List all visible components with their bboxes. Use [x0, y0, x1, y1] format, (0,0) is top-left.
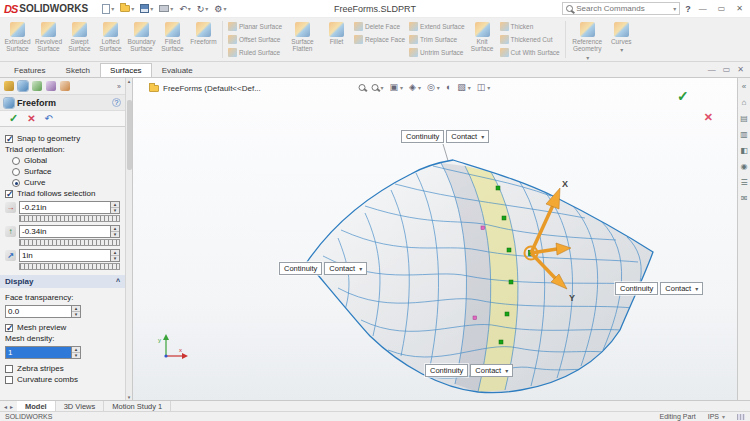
undo-button[interactable]: ↶▾ — [177, 2, 193, 16]
global-radio[interactable] — [12, 157, 20, 165]
graphics-area[interactable]: X Y y x FreeForms (Default<<Def... — [133, 78, 737, 400]
triad-y-spinner[interactable]: ▴▾ — [110, 226, 119, 237]
hide-show-items-button[interactable]: ◎▾ — [427, 82, 440, 92]
feature-breadcrumb[interactable]: FreeForms (Default<<Def... — [149, 84, 261, 93]
contact-dropdown[interactable]: Contact▾ — [470, 364, 513, 377]
document-close-button[interactable]: ✕ — [737, 65, 744, 74]
section-view-button[interactable]: ◫▾ — [477, 82, 491, 92]
face-transparency-spinner[interactable]: ▴▾ — [71, 306, 80, 317]
propertymanager-tab-icon[interactable] — [18, 81, 28, 91]
triad-y-slider[interactable] — [19, 239, 120, 246]
open-document-button[interactable]: ▾ — [118, 2, 136, 16]
lofted-surface-button[interactable]: Lofted Surface — [95, 19, 126, 60]
filled-surface-button[interactable]: Filled Surface — [157, 19, 188, 60]
tab-scroll-left-icon[interactable]: ◂ — [4, 403, 7, 410]
triad-follows-checkbox[interactable] — [5, 190, 13, 198]
custom-properties-icon[interactable]: ☰ — [740, 178, 747, 187]
spin-down-icon[interactable]: ▾ — [111, 208, 119, 213]
tab-sketch[interactable]: Sketch — [56, 63, 100, 77]
edit-appearance-button[interactable]: ◐ — [446, 82, 451, 92]
offset-surface-button[interactable]: Offset Surface — [228, 34, 282, 46]
surface-flatten-button[interactable]: Surface Flatten — [284, 19, 321, 60]
snap-to-geometry-checkbox[interactable] — [5, 135, 13, 143]
configurationmanager-tab-icon[interactable] — [32, 81, 42, 91]
zoom-fit-button[interactable] — [359, 84, 366, 91]
replace-face-button[interactable]: Replace Face — [354, 34, 405, 46]
apply-scene-button[interactable]: ▧▾ — [457, 82, 471, 92]
options-button[interactable]: ⚙▾ — [212, 2, 228, 16]
status-options-icon[interactable] — [737, 414, 745, 420]
contact-dropdown[interactable]: Contact▾ — [660, 282, 703, 295]
curve-radio[interactable] — [12, 179, 20, 187]
view-palette-icon[interactable]: ◧ — [740, 146, 748, 155]
forum-icon[interactable]: ✉ — [741, 194, 748, 203]
triad-x-spinner[interactable]: ▴▾ — [110, 202, 119, 213]
appearances-icon[interactable]: ◉ — [741, 162, 748, 171]
file-explorer-icon[interactable]: ▥ — [740, 130, 748, 139]
new-document-button[interactable]: ▾ — [100, 2, 116, 16]
tab-motion-study[interactable]: Motion Study 1 — [104, 401, 171, 411]
freeform-button[interactable]: Freeform — [188, 19, 219, 60]
document-restore-button[interactable]: ▭ — [723, 65, 731, 74]
triad-y-offset-input[interactable]: -0.34in — [20, 226, 110, 237]
curves-button[interactable]: Curves▾ — [606, 19, 637, 60]
display-style-button[interactable]: ◈▾ — [409, 82, 421, 92]
zoom-area-button[interactable]: ▾ — [372, 84, 384, 91]
window-minimize-button[interactable]: — — [696, 4, 710, 13]
fillet-button[interactable]: Fillet — [321, 19, 352, 60]
confirm-cancel-button[interactable]: ✕ — [704, 111, 713, 124]
panel-scrollbar[interactable]: ▴ ▾ — [125, 78, 132, 400]
triad-x-offset-input[interactable]: -0.21in — [20, 202, 110, 213]
window-restore-button[interactable]: ▭ — [715, 4, 729, 13]
thicken-button[interactable]: Thicken — [500, 21, 560, 33]
search-commands-box[interactable]: ▾ — [562, 2, 680, 15]
knit-surface-button[interactable]: Knit Surface — [467, 19, 498, 60]
spin-down-icon[interactable]: ▾ — [72, 353, 80, 358]
featuremanager-tree-tab-icon[interactable] — [4, 81, 14, 91]
surface-radio[interactable] — [12, 168, 20, 176]
dimxpertmanager-tab-icon[interactable] — [46, 81, 56, 91]
search-commands-input[interactable] — [576, 4, 669, 13]
save-button[interactable]: ▾ — [138, 2, 155, 16]
zebra-stripes-checkbox[interactable] — [5, 365, 13, 373]
contact-dropdown[interactable]: Contact▾ — [324, 262, 367, 275]
triad-z-slider[interactable] — [19, 263, 120, 270]
tab-3d-views[interactable]: 3D Views — [56, 401, 105, 411]
revolved-surface-button[interactable]: Revolved Surface — [33, 19, 64, 60]
tab-scroll-right-icon[interactable]: ▸ — [10, 403, 13, 410]
face-transparency-input[interactable]: 0.0 — [6, 306, 71, 317]
delete-face-button[interactable]: Delete Face — [354, 21, 405, 33]
document-minimize-button[interactable]: — — [708, 65, 716, 74]
untrim-surface-button[interactable]: Untrim Surface — [409, 46, 464, 58]
manager-tabs-overflow-icon[interactable]: » — [117, 83, 121, 90]
swept-surface-button[interactable]: Swept Surface — [64, 19, 95, 60]
print-button[interactable]: ▾ — [157, 2, 175, 16]
view-orientation-button[interactable]: ▣▾ — [390, 82, 404, 92]
help-icon[interactable]: ? — [112, 98, 121, 107]
display-section-header[interactable]: Display ^ — [0, 275, 125, 288]
tab-features[interactable]: Features — [4, 63, 56, 77]
cancel-button[interactable]: ✕ — [27, 114, 35, 124]
contact-dropdown[interactable]: Contact▾ — [446, 130, 489, 143]
boundary-surface-button[interactable]: Boundary Surface — [126, 19, 157, 60]
rebuild-button[interactable]: ↻▾ — [195, 2, 211, 16]
mesh-density-spinner[interactable]: ▴▾ — [71, 347, 80, 358]
reference-geometry-button[interactable]: Reference Geometry▾ — [569, 19, 606, 60]
scrollbar-thumb[interactable] — [127, 100, 132, 170]
triad-z-offset-input[interactable]: 1in — [20, 250, 110, 261]
freeform-surface-canvas[interactable]: X Y y x — [133, 78, 737, 400]
mesh-preview-checkbox[interactable] — [5, 324, 13, 332]
ok-button[interactable]: ✓ — [9, 113, 18, 124]
displaymanager-tab-icon[interactable] — [60, 81, 70, 91]
tab-model[interactable]: Model — [17, 401, 56, 411]
planar-surface-button[interactable]: Planar Surface — [228, 21, 282, 33]
spin-down-icon[interactable]: ▾ — [111, 256, 119, 261]
mesh-density-input[interactable]: 1 — [6, 347, 71, 358]
undo-icon[interactable]: ↶ — [45, 114, 53, 124]
spin-down-icon[interactable]: ▾ — [111, 232, 119, 237]
extend-surface-button[interactable]: Extend Surface — [409, 21, 464, 33]
ruled-surface-button[interactable]: Ruled Surface — [228, 46, 282, 58]
thickened-cut-button[interactable]: Thickened Cut — [500, 34, 560, 46]
units-dropdown[interactable]: IPS ▾ — [708, 413, 725, 420]
extruded-surface-button[interactable]: Extruded Surface — [2, 19, 33, 60]
